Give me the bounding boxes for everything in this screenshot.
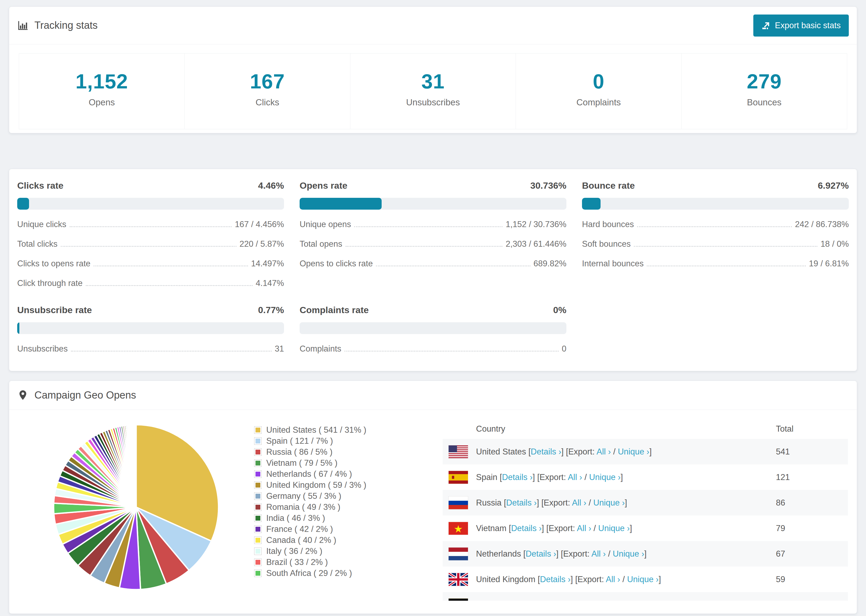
rate-row-label: Unique opens [299,220,351,229]
export-unique-link[interactable]: Unique › [602,600,634,601]
rate-row-opens-to-clicks-rate: Opens to clicks rate 689.82% [299,259,567,269]
geo-table-body: United States [Details ›] [Export: All ›… [443,439,848,601]
country-name: Spain [476,473,497,482]
rate-row-label: Unique clicks [17,220,66,229]
export-all-link[interactable]: All › [568,473,582,482]
legend-swatch-icon [254,570,261,577]
geo-table-row-vietnam: Vietnam [Details ›] [Export: All › / Uni… [443,515,848,541]
details-link[interactable]: Details › [502,473,533,482]
flag-ru-icon [449,497,468,509]
flag-nl-icon [449,547,468,560]
country-column-header: Country [443,424,776,434]
legend-item-france: France ( 42 / 2% ) [254,523,381,534]
legend-item-spain: Spain ( 121 / 7% ) [254,435,381,446]
legend-swatch-icon [254,537,261,544]
details-link[interactable]: Details › [526,549,556,558]
stat-label: Complaints [516,97,681,107]
legend-swatch-icon [254,426,261,434]
legend-label: Russia ( 86 / 5% ) [266,447,332,457]
geo-content: United States ( 541 / 31% ) Spain ( 121 … [9,410,857,601]
country-name: United States [476,447,526,456]
export-all-link[interactable]: All › [577,523,591,533]
stat-value: 0 [516,70,681,93]
stat-label: Unsubscribes [350,97,516,107]
rate-row-value: 31 [275,344,284,354]
rate-row-value: 2,303 / 61.446% [505,239,567,249]
details-link[interactable]: Details › [515,600,546,601]
legend-item-united-states: United States ( 541 / 31% ) [254,424,381,435]
progress-fill [17,198,29,210]
rate-row-label: Total opens [299,239,342,249]
rate-row-label: Internal bounces [582,259,644,269]
rate-row-unsubscribes: Unsubscribes 31 [17,344,284,354]
rate-row-label: Hard bounces [582,220,634,229]
progress-bar [299,322,567,334]
dotted-leader [376,266,530,266]
progress-fill [582,198,601,210]
country-name: Germany [476,600,510,601]
section-bounce-rate: Bounce rate 6.927% Hard bounces 242 / 86… [582,180,849,288]
export-all-link[interactable]: All › [597,447,611,456]
rate-row-unique-opens: Unique opens 1,152 / 30.736% [299,220,567,229]
geo-table-row-russia: Russia [Details ›] [Export: All › / Uniq… [443,490,848,515]
progress-bar [299,198,567,210]
geo-table-row-netherlands: Netherlands [Details ›] [Export: All › /… [443,541,848,567]
legend-swatch-icon [254,559,261,566]
export-unique-link[interactable]: Unique › [618,447,649,456]
details-link[interactable]: Details › [506,498,537,508]
legend-swatch-icon [254,449,261,456]
legend-label: India ( 46 / 3% ) [266,513,325,523]
campaign-geo-opens-panel: Campaign Geo Opens United States ( 541 /… [9,380,857,614]
rate-row-internal-bounces: Internal bounces 19 / 6.81% [582,259,849,269]
stat-card-bounces: 279 Bounces [681,53,847,129]
rate-value: 0.77% [258,305,284,315]
pie-legend: United States ( 541 / 31% ) Spain ( 121 … [254,424,381,579]
export-unique-link[interactable]: Unique › [598,523,630,533]
dotted-leader [637,226,792,227]
legend-item-india: India ( 46 / 3% ) [254,512,381,523]
geo-table-row-germany: Germany [Details ›] [Export: All › / Uni… [443,592,848,601]
rate-row-label: Complaints [299,344,341,354]
legend-item-brazil: Brazil ( 33 / 2% ) [254,556,381,567]
rate-row-label: Opens to clicks rate [299,259,373,269]
details-link[interactable]: Details › [511,523,542,533]
export-icon [761,21,770,30]
section-complaints-rate: Complaints rate 0% Complaints 0 [299,305,567,354]
rate-row-value: 242 / 86.738% [795,220,849,229]
stat-card-unsubscribes: 31 Unsubscribes [350,53,516,129]
legend-label: Spain ( 121 / 7% ) [266,436,333,446]
details-link[interactable]: Details › [531,447,561,456]
export-all-link[interactable]: All › [606,575,620,584]
export-basic-stats-button[interactable]: Export basic stats [753,14,849,36]
country-name: Netherlands [476,549,521,558]
rate-row-value: 14.497% [251,259,284,269]
rate-value: 30.736% [531,180,567,191]
details-link[interactable]: Details › [540,575,571,584]
rate-title: Bounce rate [582,180,635,191]
rate-value: 4.46% [258,180,284,191]
export-unique-link[interactable]: Unique › [593,498,625,508]
export-all-link[interactable]: All › [572,498,586,508]
export-all-link[interactable]: All › [591,549,606,558]
export-unique-link[interactable]: Unique › [627,575,659,584]
stat-card-opens: 1,152 Opens [19,53,185,129]
legend-item-canada: Canada ( 40 / 2% ) [254,534,381,545]
dotted-leader [634,246,817,247]
rate-title: Unsubscribe rate [17,305,92,315]
dotted-leader [354,226,502,227]
legend-item-netherlands: Netherlands ( 67 / 4% ) [254,468,381,479]
export-all-link[interactable]: All › [581,600,595,601]
export-unique-link[interactable]: Unique › [589,473,620,482]
dotted-leader [345,351,559,352]
rate-title: Complaints rate [299,305,369,315]
legend-swatch-icon [254,471,261,478]
export-unique-link[interactable]: Unique › [612,549,644,558]
country-name: United Kingdom [476,575,535,584]
dotted-leader [61,246,236,247]
total-column-header: Total [776,424,848,434]
legend-label: Italy ( 36 / 2% ) [266,546,322,556]
page-title: Tracking stats [17,20,98,31]
country-total: 67 [776,549,848,559]
legend-swatch-icon [254,548,261,555]
progress-bar [582,198,849,210]
